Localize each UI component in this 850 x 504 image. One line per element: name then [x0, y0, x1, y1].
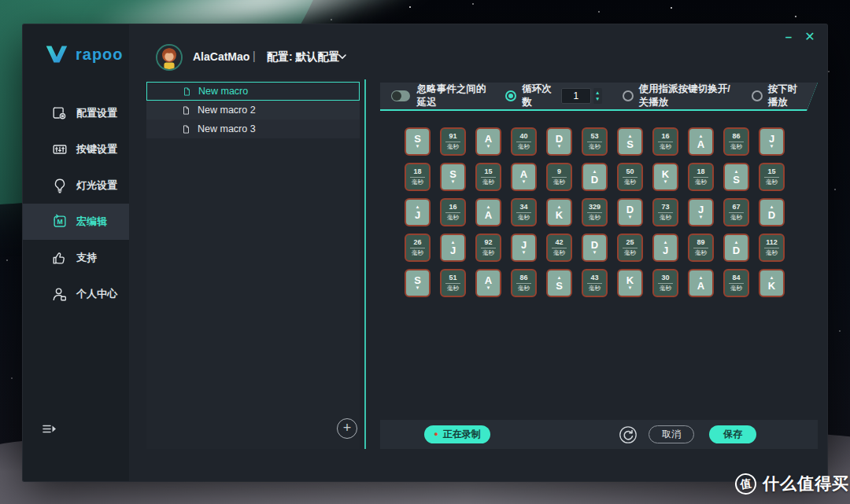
user-icon: [51, 285, 68, 303]
assign-key-radio[interactable]: [623, 90, 634, 101]
loop-count-stepper[interactable]: ▲▼: [593, 88, 602, 104]
macro-delay[interactable]: 26毫秒: [405, 234, 431, 262]
macro-delay[interactable]: 67毫秒: [723, 198, 749, 226]
cancel-button[interactable]: 取消: [649, 425, 694, 443]
macro-delay[interactable]: 92毫秒: [475, 234, 501, 262]
sidebar-nav: 配置设置按键设置灯光设置M宏编辑支持个人中心: [23, 95, 129, 312]
ignore-delay-toggle[interactable]: [391, 90, 410, 101]
macro-key-down[interactable]: J▼: [511, 234, 537, 262]
macro-key-up[interactable]: ▲A: [688, 269, 714, 297]
macro-key-up[interactable]: ▲D: [759, 198, 785, 226]
sidebar-item-account[interactable]: 个人中心: [23, 276, 129, 312]
macro-key-down[interactable]: D▼: [617, 198, 643, 226]
macro-key-up[interactable]: ▲J: [405, 198, 431, 226]
macro-delay[interactable]: 51毫秒: [440, 269, 466, 297]
key-down-arrow-icon: ▼: [770, 144, 774, 149]
macro-key-down[interactable]: K▼: [652, 163, 678, 191]
sidebar-item-lighting[interactable]: 灯光设置: [23, 167, 129, 204]
macro-list-item[interactable]: New macro 3: [146, 120, 360, 138]
macro-key-down[interactable]: A▼: [475, 269, 501, 297]
avatar[interactable]: [156, 44, 183, 71]
sidebar-item-config[interactable]: 配置设置: [23, 95, 129, 131]
macro-edit-icon: M: [51, 213, 68, 230]
macro-key-down[interactable]: D▼: [546, 127, 572, 156]
macro-footer-bar: ● 正在录制 取消 保存: [380, 420, 818, 449]
svg-text:M: M: [57, 218, 63, 226]
sidebar-item-label: 宏编辑: [76, 215, 107, 229]
macro-delay[interactable]: 9毫秒: [546, 163, 572, 191]
macro-delay[interactable]: 86毫秒: [723, 127, 749, 156]
macro-delay[interactable]: 18毫秒: [405, 163, 431, 191]
macro-key-down[interactable]: A▼: [475, 127, 501, 156]
macro-key-up[interactable]: ▲J: [440, 234, 466, 262]
macro-key-down[interactable]: D▼: [582, 234, 608, 262]
chevron-down-icon[interactable]: [336, 50, 349, 63]
macro-delay[interactable]: 43毫秒: [582, 269, 608, 297]
minimize-button[interactable]: –: [780, 28, 797, 46]
macro-delay[interactable]: 86毫秒: [511, 269, 537, 297]
macro-key-up[interactable]: ▲S: [546, 269, 572, 297]
macro-delay[interactable]: 84毫秒: [723, 269, 749, 297]
rapoo-app-window: – ✕ rapoo 配置设置按键设置灯光设置M宏编辑支持个人中心 AlaCatM…: [22, 24, 828, 482]
macro-delay[interactable]: 34毫秒: [511, 198, 537, 226]
sidebar-item-support[interactable]: 支持: [23, 240, 129, 276]
save-button[interactable]: 保存: [709, 425, 756, 443]
macro-key-up[interactable]: ▲J: [652, 234, 678, 262]
macro-delay[interactable]: 112毫秒: [759, 234, 785, 262]
username: AlaCatMao: [193, 50, 249, 63]
sidebar: rapoo 配置设置按键设置灯光设置M宏编辑支持个人中心: [23, 24, 129, 481]
macro-key-up[interactable]: ▲D: [582, 163, 608, 191]
collapse-sidebar-icon[interactable]: [40, 420, 59, 439]
macro-delay[interactable]: 40毫秒: [511, 127, 537, 156]
loop-count-radio[interactable]: [505, 90, 516, 101]
play-on-press-radio[interactable]: [752, 90, 763, 101]
macro-key-up[interactable]: ▲A: [688, 127, 714, 156]
sidebar-item-keys[interactable]: 按键设置: [23, 131, 129, 167]
macro-key-down[interactable]: A▼: [511, 163, 537, 191]
macro-delay[interactable]: 42毫秒: [546, 234, 572, 262]
support-icon: [51, 249, 68, 267]
refresh-icon[interactable]: [619, 425, 638, 444]
macro-key-down[interactable]: S▼: [440, 163, 466, 191]
macro-delay[interactable]: 53毫秒: [582, 127, 608, 156]
key-down-arrow-icon: ▼: [628, 215, 633, 220]
macro-list-item[interactable]: New macro 2: [146, 101, 360, 120]
macro-delay[interactable]: 89毫秒: [688, 234, 714, 262]
macro-delay[interactable]: 50毫秒: [617, 163, 643, 191]
macro-key-up[interactable]: ▲K: [759, 269, 785, 297]
macro-key-down[interactable]: S▼: [405, 269, 431, 297]
document-icon: [181, 124, 191, 134]
play-on-press-label: 按下时播放: [768, 83, 807, 109]
macro-key-up[interactable]: ▲K: [546, 198, 572, 226]
sidebar-item-label: 灯光设置: [76, 178, 117, 193]
macro-delay[interactable]: 15毫秒: [475, 163, 501, 191]
close-button[interactable]: ✕: [801, 28, 819, 46]
macro-delay[interactable]: 30毫秒: [652, 269, 678, 297]
add-macro-button[interactable]: +: [337, 418, 357, 439]
macro-delay[interactable]: 329毫秒: [582, 198, 608, 226]
macro-key-down[interactable]: K▼: [617, 269, 643, 297]
profile-label[interactable]: 配置: 默认配置: [267, 50, 340, 64]
macro-delay[interactable]: 73毫秒: [652, 198, 678, 226]
macro-delay[interactable]: 18毫秒: [688, 163, 714, 191]
macro-delay[interactable]: 16毫秒: [652, 127, 678, 156]
macro-delay[interactable]: 25毫秒: [617, 234, 643, 262]
macro-key-up[interactable]: ▲S: [723, 163, 749, 191]
macro-key-down[interactable]: S▼: [405, 127, 431, 156]
loop-count-input[interactable]: [561, 88, 591, 104]
macro-delay[interactable]: 15毫秒: [759, 163, 785, 191]
rapoo-v-icon: [45, 45, 68, 64]
macro-key-down[interactable]: J▼: [688, 198, 714, 226]
macro-delay[interactable]: 16毫秒: [440, 198, 466, 226]
macro-delay[interactable]: 91毫秒: [440, 127, 466, 156]
macro-key-up[interactable]: ▲S: [617, 127, 643, 156]
sidebar-item-macro[interactable]: M宏编辑: [23, 204, 129, 240]
stepper-up-icon: ▲: [595, 90, 600, 96]
key-down-arrow-icon: ▼: [416, 285, 420, 291]
macro-list-item[interactable]: New macro: [146, 82, 360, 101]
macro-key-up[interactable]: ▲A: [475, 198, 501, 226]
loop-count-label: 循环次数: [522, 83, 552, 109]
recording-button[interactable]: ● 正在录制: [424, 425, 490, 443]
macro-key-up[interactable]: ▲D: [723, 234, 749, 262]
macro-key-down[interactable]: J▼: [759, 127, 785, 156]
